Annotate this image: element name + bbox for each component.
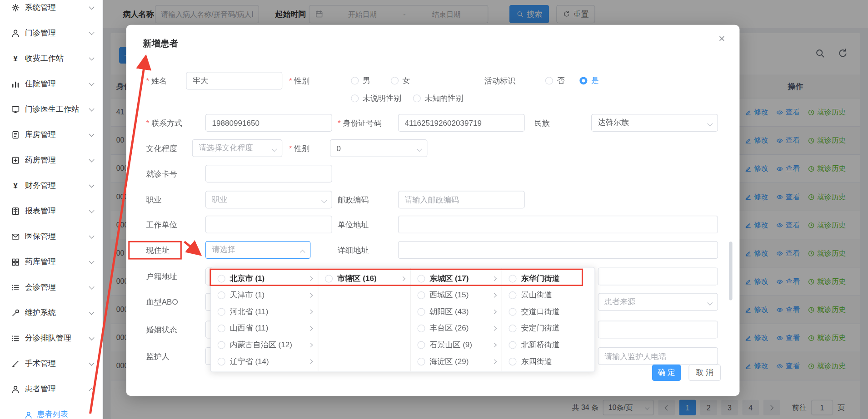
cascader-item-donghuamen[interactable]: 东华门街道 [502, 271, 594, 287]
sidebar-item-outpatient-mgmt[interactable]: 门诊管理 [0, 20, 102, 46]
cascader-item-jingshan[interactable]: 景山街道 [502, 287, 594, 304]
cascader-item-beixinqiao[interactable]: 北新桥街道 [502, 337, 594, 354]
gender-code-select[interactable]: 0 [330, 139, 427, 157]
radio-active-no[interactable]: 否 [545, 72, 565, 89]
cascader-item-label: 朝阳区 (43) [429, 307, 469, 317]
chevron-down-icon [89, 106, 95, 111]
occupation-label: 职业 [146, 191, 162, 208]
cascader-item-shijingshan[interactable]: 石景山区 (9) [411, 337, 502, 354]
cascader-item-label: 内蒙古自治区 (12) [230, 340, 292, 350]
cancel-button[interactable]: 取 消 [688, 365, 721, 381]
sidebar-item-doctor-station[interactable]: 门诊医生工作站 [0, 97, 102, 122]
patient-source-placeholder: 患者来源 [604, 297, 635, 307]
chevron-right-icon [309, 293, 313, 297]
patient-list-icon [25, 410, 33, 419]
cascader-item-haidian[interactable]: 海淀区 (29) [411, 353, 502, 370]
sidebar-item-maintain-system[interactable]: 维护系统 [0, 300, 102, 325]
occupation-select[interactable]: 职业 [205, 191, 332, 208]
chevron-right-icon [492, 276, 497, 281]
mail-icon [11, 232, 20, 241]
modal-scrollbar-thumb[interactable] [729, 242, 732, 300]
household-detail-input[interactable] [598, 268, 718, 286]
nation-label: 民族 [534, 114, 549, 132]
card-no-input[interactable] [205, 165, 332, 182]
cascader-item-tianjin[interactable]: 天津市 (1) [211, 287, 318, 304]
unit-address-input[interactable] [398, 216, 718, 233]
name-input[interactable] [186, 72, 282, 89]
cascader-item-xicheng[interactable]: 西城区 (15) [411, 287, 502, 304]
sidebar-item-pharmacy-mgmt[interactable]: 药房管理 [0, 148, 102, 173]
radio-circle-icon [417, 358, 425, 365]
sidebar-item-patient-list[interactable]: 患者列表 [0, 402, 102, 419]
patient-source-select[interactable]: 患者来源 [598, 293, 718, 311]
cascader-item-label: 交道口街道 [521, 307, 560, 317]
work-unit-input[interactable] [205, 216, 332, 233]
chevron-down-icon [89, 4, 95, 10]
cascader-item-dongcheng[interactable]: 东城区 (17) [411, 271, 502, 287]
sidebar-item-charging-station[interactable]: ¥收费工作站 [0, 46, 102, 71]
chevron-down-icon [89, 284, 95, 290]
sidebar-item-consultation-mgmt[interactable]: 会诊管理 [0, 275, 102, 300]
radio-female[interactable]: 女 [391, 72, 410, 89]
sidebar-item-label: 门诊医生工作站 [25, 104, 90, 114]
cascader-item-beijing[interactable]: 北京市 (1) [211, 271, 318, 287]
sidebar-item-triage-queue-mgmt[interactable]: 分诊排队管理 [0, 325, 102, 351]
sidebar-item-label: 报表管理 [25, 206, 90, 216]
wrench-icon [11, 309, 20, 317]
gear-icon [11, 3, 20, 12]
nation-select[interactable]: 达斡尔族 [591, 114, 718, 132]
cascader-item-shanxi[interactable]: 山西省 (11) [211, 320, 318, 337]
confirm-button[interactable]: 确 定 [652, 365, 681, 381]
marital-extra-input[interactable] [598, 320, 718, 338]
sidebar-item-label: 会诊管理 [25, 282, 90, 292]
guardian-phone-input[interactable] [598, 347, 718, 365]
sidebar-item-inpatient-mgmt[interactable]: 住院管理 [0, 71, 102, 97]
cascader-item-chaoyang[interactable]: 朝阳区 (43) [411, 304, 502, 320]
chevron-down-icon [89, 360, 95, 366]
current-address-select[interactable]: 请选择 [205, 241, 310, 259]
close-icon[interactable]: × [714, 30, 729, 46]
id-number-input[interactable] [398, 114, 525, 132]
postcode-input[interactable] [398, 191, 525, 208]
sidebar-item-system-mgmt[interactable]: 系统管理 [0, 0, 102, 20]
cascader-item-dongsi[interactable]: 东四街道 [502, 353, 594, 370]
cascader-item-jiaodaokou[interactable]: 交道口街道 [502, 304, 594, 320]
cascader-item-fengtai[interactable]: 丰台区 (26) [411, 320, 502, 337]
sidebar-item-report-mgmt[interactable]: 报表管理 [0, 198, 102, 224]
chevron-down-icon [272, 146, 277, 152]
education-placeholder: 请选择文化程度 [199, 143, 253, 153]
modal-title: 新增患者 [143, 38, 178, 50]
bar-chart-icon [11, 79, 20, 88]
radio-circle-icon [218, 341, 225, 349]
sidebar-item-label: 维护系统 [25, 308, 90, 318]
sidebar-item-patient-mgmt[interactable]: 患者管理 [0, 377, 102, 402]
chevron-up-icon [89, 388, 95, 393]
cascader-item-neimenggu[interactable]: 内蒙古自治区 (12) [211, 337, 318, 354]
radio-circle-icon [218, 358, 225, 365]
cascader-item-shixiaqu[interactable]: 市辖区 (16) [319, 271, 410, 287]
sidebar-item-warehouse-mgmt[interactable]: 库房管理 [0, 122, 102, 148]
radio-male[interactable]: 男 [351, 72, 370, 89]
chevron-down-icon [89, 182, 95, 187]
sidebar-item-label: 药库管理 [25, 257, 90, 267]
radio-active-yes[interactable]: 是 [579, 72, 599, 89]
storage-icon [11, 258, 20, 266]
cascader-item-liaoning[interactable]: 辽宁省 (14) [211, 353, 318, 370]
chevron-down-icon [89, 233, 95, 238]
contact-input[interactable] [205, 114, 332, 132]
sidebar-item-insurance-mgmt[interactable]: 医保管理 [0, 224, 102, 249]
radio-gender-unstated[interactable]: 未说明性别 [351, 89, 401, 107]
education-select[interactable]: 请选择文化程度 [192, 139, 283, 157]
detail-address-input[interactable] [398, 241, 718, 259]
sidebar-item-surgery-mgmt[interactable]: 手术管理 [0, 351, 102, 376]
radio-circle-icon [351, 94, 359, 102]
cascader-item-hebei[interactable]: 河北省 (11) [211, 304, 318, 320]
cascader-item-label: 山西省 (11) [230, 324, 269, 334]
sidebar-item-label: 系统管理 [25, 3, 90, 13]
chevron-down-icon [89, 207, 95, 213]
cascader-item-andingmen[interactable]: 安定门街道 [502, 320, 594, 337]
radio-gender-unknown[interactable]: 未知的性别 [413, 89, 464, 107]
sidebar-item-finance-mgmt[interactable]: ¥财务管理 [0, 173, 102, 198]
sidebar-item-drug-storage-mgmt[interactable]: 药库管理 [0, 249, 102, 275]
card-no-label: 就诊卡号 [146, 165, 177, 182]
